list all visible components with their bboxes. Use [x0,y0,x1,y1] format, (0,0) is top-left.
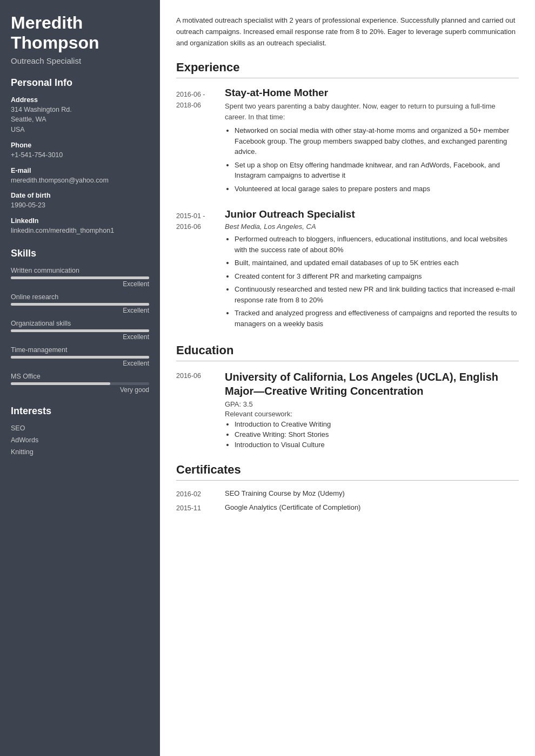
exp-entry-0: 2016-06 -2018-06 Stay-at-Home Mother Spe… [176,87,519,197]
skill-level-2: Excellent [11,333,149,341]
cert-name-1: Google Analytics (Certificate of Complet… [225,503,360,512]
linkedin-value: linkedin.com/meredith_thomphon1 [11,226,149,236]
exp-bullets-1: Performed outreach to bloggers, influenc… [225,234,519,329]
edu-gpa-0: GPA: 3.5 [225,400,519,408]
address-value: 314 Washington Rd.Seattle, WAUSA [11,105,149,135]
skill-name-2: Organizational skills [11,320,149,327]
skill-name-0: Written communication [11,267,149,274]
exp-bullet-1-4: Tracked and analyzed progress and effect… [235,308,519,329]
exp-bullets-0: Networked on social media with other sta… [225,125,519,194]
exp-bullet-0-0: Networked on social media with other sta… [235,125,519,157]
edu-course-1: Creative Writing: Short Stories [235,430,519,438]
edu-course-0: Introduction to Creative Writing [235,420,519,428]
experience-divider [176,78,519,78]
skill-level-4: Very good [11,386,149,394]
education-heading: Education [176,343,519,357]
edu-content-0: University of California, Los Angeles (U… [225,370,519,451]
summary-text: A motivated outreach specialist with 2 y… [176,15,519,49]
phone-label: Phone [11,141,149,149]
address-label: Address [11,96,149,104]
skill-level-3: Excellent [11,360,149,367]
edu-bullets-0: Introduction to Creative Writing Creativ… [225,420,519,449]
exp-title-1: Junior Outreach Specialist [225,208,519,220]
education-divider [176,361,519,361]
exp-desc-0: Spent two years parenting a baby daughte… [225,101,519,122]
skill-name-4: MS Office [11,373,149,380]
skill-name-1: Online research [11,293,149,301]
exp-bullet-0-2: Volunteered at local garage sales to pre… [235,184,519,194]
cert-entry-1: 2015-11 Google Analytics (Certificate of… [176,503,519,512]
cert-entry-0: 2016-02 SEO Training Course by Moz (Udem… [176,489,519,498]
certificates-heading: Certificates [176,463,519,477]
personal-info-section: Address 314 Washington Rd.Seattle, WAUSA… [11,96,149,236]
certificates-section: Certificates 2016-02 SEO Training Course… [176,463,519,512]
experience-heading: Experience [176,60,519,75]
edu-coursework-label-0: Relevant coursework: [225,410,519,418]
cert-name-0: SEO Training Course by Moz (Udemy) [225,489,345,498]
exp-bullet-1-3: Continuously researched and tested new P… [235,284,519,305]
interest-item-1: AdWords [11,436,149,444]
dob-value: 1990-05-23 [11,200,149,211]
skill-name-3: Time-management [11,346,149,354]
skill-bar-bg-0 [11,276,149,279]
skills-section: Written communication Excellent Online r… [11,267,149,394]
sidebar: Meredith Thompson Outreach Specialist Pe… [0,0,160,756]
linkedin-label: LinkedIn [11,217,149,225]
personal-info-heading: Personal Info [11,77,149,89]
cert-date-1: 2015-11 [176,503,225,512]
skill-level-1: Excellent [11,307,149,314]
skill-bar-fill-3 [11,356,149,359]
skill-level-0: Excellent [11,280,149,288]
skill-bar-fill-1 [11,303,149,306]
interest-item-2: Knitting [11,448,149,456]
phone-value: +1-541-754-3010 [11,150,149,160]
edu-entry-0: 2016-06 University of California, Los An… [176,370,519,451]
dob-label: Date of birth [11,192,149,199]
certificates-divider [176,480,519,481]
interests-section: SEO AdWords Knitting [11,424,149,456]
exp-content-0: Stay-at-Home Mother Spent two years pare… [225,87,519,197]
skill-bar-bg-3 [11,356,149,359]
skill-bar-bg-4 [11,382,149,385]
cert-date-0: 2016-02 [176,489,225,498]
edu-course-2: Introduction to Visual Culture [235,441,519,449]
main-content: A motivated outreach specialist with 2 y… [160,0,535,756]
exp-dates-1: 2015-01 -2016-06 [176,208,225,332]
exp-bullet-0-1: Set up a shop on Etsy offering handmade … [235,160,519,181]
exp-bullet-1-0: Performed outreach to bloggers, influenc… [235,234,519,255]
edu-dates-0: 2016-06 [176,370,225,451]
email-value: meredith.thompson@yahoo.com [11,176,149,186]
email-label: E-mail [11,167,149,174]
skill-bar-fill-2 [11,329,149,332]
exp-content-1: Junior Outreach Specialist Best Media, L… [225,208,519,332]
exp-title-0: Stay-at-Home Mother [225,87,519,99]
interest-item-0: SEO [11,424,149,432]
edu-school-0: University of California, Los Angeles (U… [225,370,519,398]
skill-bar-fill-4 [11,382,110,385]
skills-heading: Skills [11,248,149,259]
exp-company-1: Best Media, Los Angeles, CA [225,222,519,231]
candidate-title: Outreach Specialist [11,56,149,65]
exp-bullet-1-2: Created content for 3 different PR and m… [235,271,519,282]
skill-bar-bg-2 [11,329,149,332]
exp-dates-0: 2016-06 -2018-06 [176,87,225,197]
skill-bar-bg-1 [11,303,149,306]
candidate-name: Meredith Thompson [11,13,149,53]
education-section: Education 2016-06 University of Californ… [176,343,519,451]
skill-bar-fill-0 [11,276,149,279]
exp-entry-1: 2015-01 -2016-06 Junior Outreach Special… [176,208,519,332]
experience-section: Experience 2016-06 -2018-06 Stay-at-Home… [176,60,519,332]
interests-heading: Interests [11,406,149,417]
exp-bullet-1-1: Built, maintained, and updated email dat… [235,258,519,268]
